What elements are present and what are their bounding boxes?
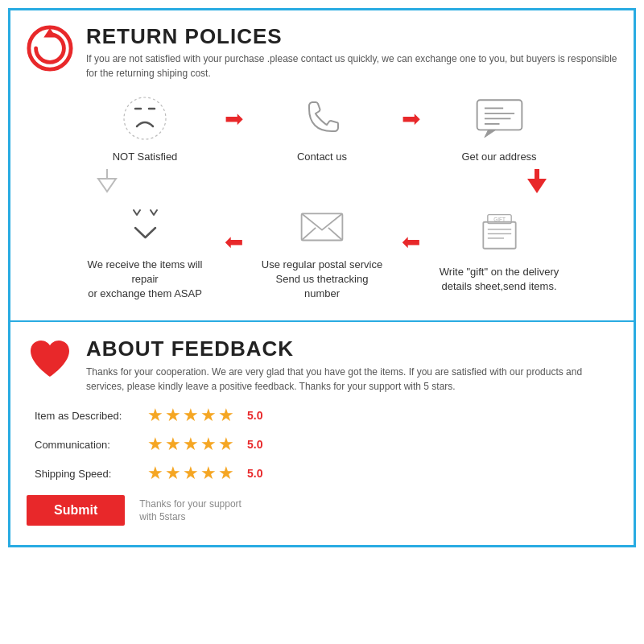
chat-icon-area [473,90,526,147]
submit-note: Thanks for your supportwith 5stars [139,497,242,525]
svg-marker-10 [484,130,495,137]
star-s2[interactable]: ★ [165,463,181,484]
step-not-satisfied-label: NOT Satisfied [113,150,178,164]
star-4[interactable]: ★ [200,405,217,426]
gift-icon: GIFT [477,211,522,255]
step-postal-service-label: Use regular postal serviceSend us thetra… [258,258,386,302]
rating-score-ship: 5.0 [247,467,262,480]
envelope-icon [298,206,346,246]
star-3[interactable]: ★ [183,405,199,426]
step-receive-repair: We receive the items will repairor excha… [80,198,209,302]
envelope-icon-area [298,198,346,254]
phone-icon-area [300,90,345,147]
rating-label-comm: Communication: [35,439,147,451]
feedback-section: ABOUT FEEDBACK Thanks for your cooperati… [10,322,634,545]
feedback-desc: Thanks for your cooperation. We are very… [86,365,617,394]
heart-icon [27,336,73,383]
svg-line-17 [328,228,343,241]
flow-row-2: We receive the items will repairor excha… [27,198,617,302]
ratings-block: Item as Described: ★ ★ ★ ★ ★ 5.0 Communi… [35,405,617,484]
between-rows [27,164,617,198]
arrow-right-2: ➡ [386,105,435,148]
step-write-gift-label: Write "gift" on the deliverydetails shee… [440,265,559,294]
return-section: RETURN POLICES If you are not satisfied … [10,10,634,322]
arrow-left-1: ⬅ [209,229,258,271]
submit-row: Submit Thanks for your supportwith 5star… [27,495,617,526]
svg-line-16 [302,228,316,241]
star-1[interactable]: ★ [147,405,163,426]
rating-row-item: Item as Described: ★ ★ ★ ★ ★ 5.0 [35,405,617,426]
chat-icon [473,96,526,140]
star-c4[interactable]: ★ [200,434,217,455]
svg-rect-14 [535,169,539,180]
phone-icon [300,96,345,140]
star-c5[interactable]: ★ [218,434,234,455]
rating-label-item: Item as Described: [35,410,147,422]
return-title: RETURN POLICES [86,25,617,48]
step-postal-service: Use regular postal serviceSend us thetra… [258,198,386,302]
svg-marker-11 [98,179,116,192]
arrow-right-1: ➡ [209,105,258,148]
return-title-block: RETURN POLICES If you are not satisfied … [86,25,617,80]
rating-row-comm: Communication: ★ ★ ★ ★ ★ 5.0 [35,434,617,455]
submit-button[interactable]: Submit [27,495,125,526]
feedback-title: ABOUT FEEDBACK [86,336,617,361]
star-2[interactable]: ★ [165,405,181,426]
star-s3[interactable]: ★ [183,463,199,484]
stars-item: ★ ★ ★ ★ ★ [147,405,234,426]
svg-marker-13 [527,179,547,193]
rating-score-comm: 5.0 [247,438,262,451]
flow-row-1: NOT Satisfied ➡ Contact us ➡ [27,90,617,164]
svg-text:GIFT: GIFT [493,217,506,222]
star-5[interactable]: ★ [218,405,234,426]
sad-face-icon [121,94,169,142]
rating-score-item: 5.0 [247,409,262,422]
feedback-header: ABOUT FEEDBACK Thanks for your cooperati… [27,336,617,394]
return-desc: If you are not satisfied with your purch… [86,52,617,80]
down-arrow-solid-icon [525,167,549,195]
svg-rect-5 [477,100,522,130]
step-get-address: Get our address [435,90,564,164]
star-s1[interactable]: ★ [147,463,163,484]
star-s4[interactable]: ★ [200,463,217,484]
svg-point-4 [124,97,166,139]
step-contact-us-label: Contact us [297,150,347,164]
svg-rect-18 [483,222,515,249]
flow-diagram: NOT Satisfied ➡ Contact us ➡ [27,90,617,302]
step-get-address-label: Get our address [461,150,536,164]
refresh-icon [27,25,73,72]
step-receive-repair-label: We receive the items will repairor excha… [80,258,209,302]
star-s5[interactable]: ★ [218,463,234,484]
page-container: RETURN POLICES If you are not satisfied … [8,8,636,547]
step-write-gift: GIFT Write "gift" on the deliverydetails… [435,205,564,294]
down-arrow-left-container [43,167,171,195]
feedback-title-block: ABOUT FEEDBACK Thanks for your cooperati… [86,336,617,394]
return-header: RETURN POLICES If you are not satisfied … [27,25,617,80]
stars-comm: ★ ★ ★ ★ ★ [147,434,234,455]
gift-icon-area: GIFT [477,205,522,262]
step-contact-us: Contact us [258,90,386,164]
down-arrow-right-container [473,167,601,195]
rating-label-ship: Shipping Speed: [35,468,147,480]
rating-row-ship: Shipping Speed: ★ ★ ★ ★ ★ 5.0 [35,463,617,484]
stars-ship: ★ ★ ★ ★ ★ [147,463,234,484]
star-c3[interactable]: ★ [183,434,199,455]
happy-face-icon-area [119,198,171,254]
star-c2[interactable]: ★ [165,434,181,455]
down-arrow-outline-icon [95,167,119,195]
star-c1[interactable]: ★ [147,434,163,455]
step-not-satisfied: NOT Satisfied [80,90,209,164]
sad-face-icon-area [121,90,169,147]
arrow-left-2: ⬅ [386,229,435,271]
happy-face-icon [119,202,171,250]
